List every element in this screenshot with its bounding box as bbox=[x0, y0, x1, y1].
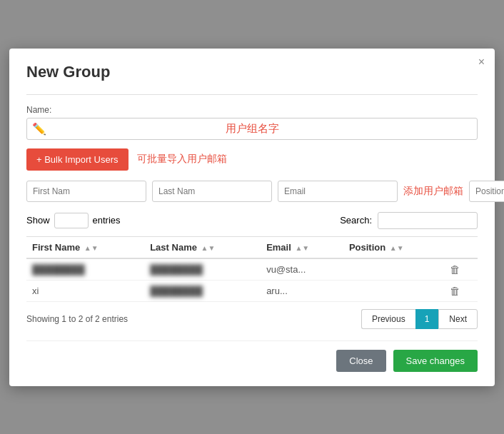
bulk-import-row: + Bulk Import Users 可批量导入用户邮箱 bbox=[26, 148, 478, 171]
modal-title: New Group bbox=[26, 63, 478, 81]
position-input[interactable] bbox=[469, 181, 504, 202]
first-name-input[interactable] bbox=[26, 181, 146, 202]
col-actions bbox=[444, 236, 478, 258]
bulk-import-button[interactable]: + Bulk Import Users bbox=[26, 148, 128, 171]
table-footer: Showing 1 to 2 of 2 entries Previous 1 N… bbox=[26, 309, 478, 329]
cell-first-0: ████████ bbox=[26, 258, 144, 281]
col-last-name[interactable]: Last Name ▲▼ bbox=[144, 236, 261, 258]
table-row: ████████ ████████ vu@sta... 🗑 bbox=[26, 258, 478, 281]
search-input[interactable] bbox=[378, 212, 478, 229]
name-input-icon: ✏️ bbox=[32, 122, 46, 136]
modal-close-button[interactable]: × bbox=[478, 56, 485, 69]
name-input-wrapper: ✏️ 用户组名字 bbox=[26, 118, 478, 140]
modal-actions: Close Save changes bbox=[26, 340, 478, 372]
sort-icon-email: ▲▼ bbox=[295, 244, 309, 252]
next-button[interactable]: Next bbox=[438, 309, 478, 329]
show-entries: Show 10 entries bbox=[26, 213, 121, 228]
cell-delete-0: 🗑 bbox=[444, 258, 478, 281]
col-position[interactable]: Position ▲▼ bbox=[343, 236, 444, 258]
search-label: Search: bbox=[340, 215, 372, 226]
entries-input[interactable]: 10 bbox=[54, 213, 89, 228]
cell-email-1: aru... bbox=[261, 280, 343, 301]
prev-button[interactable]: Previous bbox=[361, 309, 415, 329]
show-label: Show bbox=[26, 215, 50, 226]
col-first-name[interactable]: First Name ▲▼ bbox=[26, 236, 144, 258]
showing-text: Showing 1 to 2 of 2 entries bbox=[26, 314, 128, 324]
col-email[interactable]: Email ▲▼ bbox=[261, 236, 343, 258]
page-1-button[interactable]: 1 bbox=[415, 309, 439, 329]
table-header-row: First Name ▲▼ Last Name ▲▼ Email ▲▼ Posi… bbox=[26, 236, 478, 258]
bulk-annotation: 可批量导入用户邮箱 bbox=[137, 153, 227, 166]
table-row: xi ████████ aru... 🗑 bbox=[26, 280, 478, 301]
cell-delete-1: 🗑 bbox=[444, 280, 478, 301]
sort-icon-lastname: ▲▼ bbox=[201, 244, 216, 252]
sort-icon-firstname: ▲▼ bbox=[84, 244, 99, 252]
modal-dialog: × New Group Name: ✏️ 用户组名字 + Bulk Import… bbox=[9, 49, 495, 386]
pagination: Previous 1 Next bbox=[361, 309, 478, 329]
save-button[interactable]: Save changes bbox=[393, 350, 478, 372]
add-user-row: 添加用户邮箱 + Add bbox=[26, 181, 478, 202]
close-button[interactable]: Close bbox=[336, 350, 385, 372]
cell-position-1 bbox=[343, 280, 444, 301]
cell-first-1: xi bbox=[26, 280, 144, 301]
table-controls: Show 10 entries Search: bbox=[26, 212, 478, 229]
name-input[interactable] bbox=[26, 118, 478, 140]
cell-last-0: ████████ bbox=[144, 258, 261, 281]
title-divider bbox=[26, 94, 478, 95]
last-name-input[interactable] bbox=[152, 181, 272, 202]
delete-button-0[interactable]: 🗑 bbox=[450, 263, 460, 276]
email-annotation: 添加用户邮箱 bbox=[403, 185, 463, 198]
cell-email-0: vu@sta... bbox=[261, 258, 343, 281]
search-box: Search: bbox=[340, 212, 478, 229]
email-input[interactable] bbox=[278, 181, 398, 202]
cell-last-1: ████████ bbox=[144, 280, 261, 301]
users-table: First Name ▲▼ Last Name ▲▼ Email ▲▼ Posi… bbox=[26, 236, 478, 302]
name-label: Name: bbox=[26, 105, 478, 115]
modal-overlay: × New Group Name: ✏️ 用户组名字 + Bulk Import… bbox=[0, 0, 504, 434]
delete-button-1[interactable]: 🗑 bbox=[450, 285, 460, 297]
entries-label: entries bbox=[93, 215, 121, 226]
cell-position-0 bbox=[343, 258, 444, 281]
sort-icon-position: ▲▼ bbox=[390, 244, 404, 252]
